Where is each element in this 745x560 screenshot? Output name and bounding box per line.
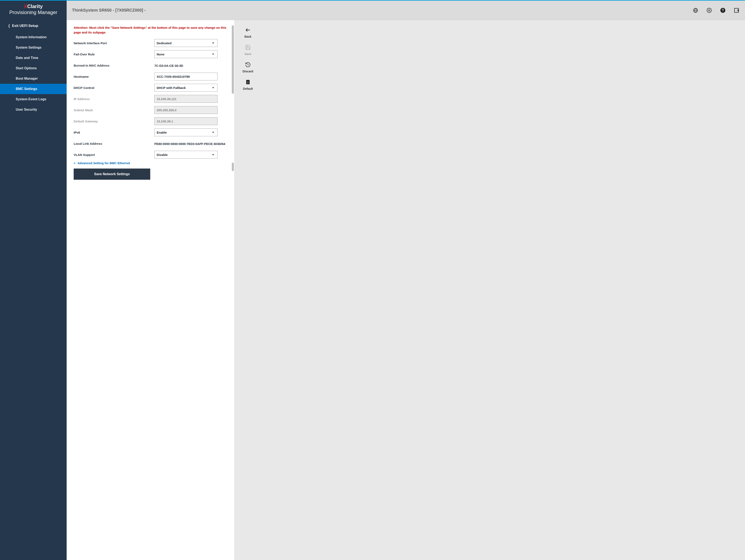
input-ip-address-wrap [154,95,218,103]
select-value: Enable [157,131,167,134]
sidebar-item-label: BMC Settings [16,87,37,91]
row-default-gateway: Default Gateway [74,117,227,126]
input-hostname[interactable] [157,73,215,80]
sidebar-item-label: Boot Manager [16,77,38,80]
action-default[interactable]: Default [243,79,253,91]
advanced-bmc-ethernet-link[interactable]: > Advanced Setting for BMC Ethernet [74,161,227,165]
select-dhcp-control[interactable]: DHCP with Fallback ▼ [154,84,218,92]
label-ipv6: IPv6 [74,131,154,134]
select-network-interface-port[interactable]: Dedicated ▼ [154,39,218,47]
page-title: ThinkSystem SR650 - [7X05RCZ000] - [72,8,146,12]
value-mac-address: 7C-D3-0A-CE-30-3D [154,64,183,67]
input-subnet-mask-wrap [154,106,218,114]
brand-block: XClarity Provisioning Manager [0,1,67,19]
scrollbar-thumb-bottom[interactable] [232,163,234,171]
sidebar-item-date-and-time[interactable]: Date and Time [0,53,67,63]
sidebar: XClarity Provisioning Manager ⟨ Exit UEF… [0,1,67,560]
brand-line1: XClarity [2,3,65,9]
scrollbar-thumb-top[interactable] [232,26,234,94]
sidebar-item-system-settings[interactable]: System Settings [0,42,67,53]
label-subnet-mask: Subnet Mask [74,108,154,112]
input-hostname-wrap [154,73,218,80]
value-local-link-address: FE80:0000:0000:0000:7ED3:0AFF:FECE:303D/… [154,142,227,146]
svg-text:?: ? [722,8,724,12]
row-ip-address: IP Address [74,94,227,103]
exit-icon[interactable] [734,7,740,13]
select-vlan-support[interactable]: Disable ▼ [154,151,218,159]
content-row: Attention: Must click the "Save Network … [67,20,745,560]
label-failover-rule: Fail-Over Rule [74,53,154,56]
action-save-label: Save [245,52,252,56]
select-failover-rule[interactable]: None ▼ [154,50,218,58]
action-discard[interactable]: Discard [242,62,253,73]
row-dhcp-control: DHCP Control DHCP with Fallback ▼ [74,83,227,92]
sidebar-item-system-event-logs[interactable]: System Event Logs [0,94,67,104]
default-icon [245,79,251,85]
caret-down-icon: ▼ [212,42,215,44]
select-value: DHCP with Fallback [157,86,186,90]
save-network-settings-label: Save Network Settings [94,172,130,176]
action-back[interactable]: Back [245,27,251,38]
save-icon [245,44,251,50]
svg-rect-7 [248,83,248,84]
exit-uefi-setup[interactable]: ⟨ Exit UEFI Setup [0,19,67,32]
brand-line2: Provisioning Manager [2,9,65,15]
row-network-interface-port: Network Interface Port Dedicated ▼ [74,38,227,47]
right-action-rail: Back Save Discard Default [234,20,262,560]
row-vlan-support: VLAN Support Disable ▼ [74,150,227,159]
sidebar-item-system-information[interactable]: System Information [0,32,67,42]
sidebar-item-label: Date and Time [16,56,38,60]
label-dhcp-control: DHCP Control [74,86,154,90]
chevron-left-icon: ⟨ [8,23,10,28]
label-mac-address: Burned-in MAC Address [74,64,154,67]
label-default-gateway: Default Gateway [74,119,154,123]
help-icon[interactable]: ? [720,7,726,13]
row-subnet-mask: Subnet Mask [74,105,227,114]
caret-down-icon: ▼ [212,86,215,89]
gear-icon[interactable] [706,7,712,13]
sidebar-item-user-security[interactable]: User Security [0,104,67,115]
advanced-link-label: Advanced Setting for BMC Ethernet [77,161,130,165]
caret-down-icon: ▼ [212,131,215,134]
action-discard-label: Discard [242,70,253,73]
history-icon [245,62,251,68]
action-back-label: Back [245,35,251,38]
action-save[interactable]: Save [245,44,252,56]
label-hostname: Hostname [74,75,154,78]
chevron-right-icon: > [74,161,75,165]
input-default-gateway [157,117,215,125]
sidebar-nav: System Information System Settings Date … [0,32,67,115]
row-hostname: Hostname [74,72,227,81]
svg-rect-6 [248,81,248,83]
caret-down-icon: ▼ [212,53,215,56]
save-network-settings-button[interactable]: Save Network Settings [74,169,150,180]
sidebar-item-label: User Security [16,108,37,111]
label-local-link-address: Local Link Address [74,142,154,145]
svg-point-1 [709,9,710,11]
sidebar-item-label: System Information [16,35,46,39]
exit-uefi-label: Exit UEFI Setup [12,24,38,28]
header-bar: ThinkSystem SR650 - [7X05RCZ000] - ? [67,1,745,20]
brand-rest: Clarity [27,3,43,9]
row-failover-rule: Fail-Over Rule None ▼ [74,49,227,59]
row-mac-address: Burned-in MAC Address 7C-D3-0A-CE-30-3D [74,61,227,70]
select-value: Dedicated [157,41,171,45]
sidebar-item-label: System Event Logs [16,97,46,101]
label-ip-address: IP Address [74,97,154,101]
row-ipv6: IPv6 Enable ▼ [74,128,227,137]
select-value: Disable [157,153,168,156]
input-default-gateway-wrap [154,117,218,125]
sidebar-item-boot-manager[interactable]: Boot Manager [0,73,67,84]
brand-x: X [24,3,27,9]
app-root: XClarity Provisioning Manager ⟨ Exit UEF… [0,1,745,560]
row-local-link-address: Local Link Address FE80:0000:0000:0000:7… [74,139,227,148]
select-ipv6[interactable]: Enable ▼ [154,129,218,136]
sidebar-item-start-options[interactable]: Start Options [0,63,67,73]
label-network-interface-port: Network Interface Port [74,41,154,45]
sidebar-item-bmc-settings[interactable]: BMC Settings [0,84,67,94]
attention-message: Attention: Must click the "Save Network … [74,26,227,35]
sidebar-item-label: System Settings [16,46,41,49]
globe-icon[interactable] [692,7,699,13]
action-default-label: Default [243,87,253,91]
form-area: Attention: Must click the "Save Network … [67,20,234,560]
